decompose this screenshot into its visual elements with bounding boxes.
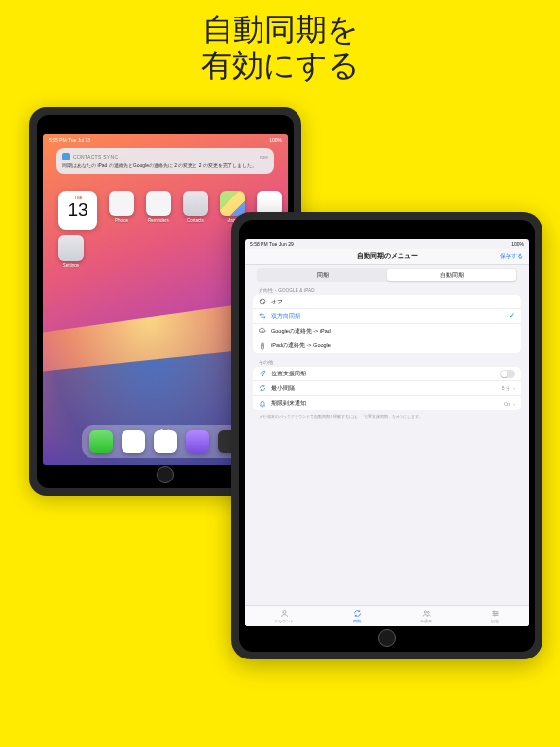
- sync-icon: [353, 609, 362, 618]
- tab-sync[interactable]: 同期: [353, 609, 362, 623]
- tab-settings[interactable]: 設定: [491, 609, 500, 623]
- dock-messages-icon[interactable]: [89, 430, 113, 453]
- dock-safari-icon[interactable]: [122, 430, 145, 453]
- home-button[interactable]: [157, 466, 174, 483]
- other-list: 位置支援同期 最小間隔 5 分 › 期限到来通知 On ›: [253, 367, 521, 410]
- marketing-headline: 自動同期を 有効にする: [0, 0, 560, 84]
- app-reminders[interactable]: Reminders: [146, 191, 171, 223]
- reminders-icon: [146, 191, 171, 216]
- segment-sync[interactable]: 同期: [258, 269, 387, 281]
- settings-icon: [58, 235, 84, 261]
- users-icon: [422, 609, 431, 618]
- svg-point-5: [427, 611, 429, 613]
- status-time: 5:58 PM Tue Jun 29: [250, 241, 294, 247]
- section-other-label: その他: [259, 360, 274, 365]
- ipad-device-app: 5:58 PM Tue Jun 29 100% 自動同期のメニュー 保存する 同…: [231, 212, 542, 659]
- notification-value: On: [504, 401, 510, 407]
- svg-point-4: [424, 611, 426, 613]
- notification-time: now: [260, 154, 268, 160]
- app-contacts[interactable]: Contacts: [183, 191, 208, 223]
- dock-podcasts-icon[interactable]: [186, 430, 209, 453]
- app-screen: 5:58 PM Tue Jun 29 100% 自動同期のメニュー 保存する 同…: [245, 239, 529, 626]
- status-bar: 5:58 PM Tue Jun 29 100%: [250, 241, 524, 247]
- interval-value: 5 分: [502, 385, 510, 391]
- home-button[interactable]: [378, 629, 396, 647]
- maps-icon: [220, 191, 245, 216]
- notification-app-name: CONTACTS SYNC: [73, 154, 118, 160]
- setting-expiry-notification[interactable]: 期限到来通知 On ›: [253, 396, 521, 410]
- option-two-way[interactable]: 双方向同期 ✓: [253, 309, 521, 324]
- person-icon: [280, 609, 289, 618]
- option-google-to-ipad[interactable]: Googleの連絡先 -> iPad: [253, 324, 521, 338]
- direction-list: オフ 双方向同期 ✓ Googleの連絡先 -> iPad iPadの連絡先 -…: [253, 295, 521, 353]
- notification-app-icon: [62, 153, 70, 160]
- calendar-day: 13: [58, 200, 97, 219]
- ban-icon: [259, 298, 266, 305]
- tab-contacts[interactable]: 今週末: [420, 609, 432, 623]
- dock: [82, 425, 249, 458]
- phone-up-icon: [259, 342, 266, 350]
- setting-location-sync[interactable]: 位置支援同期: [253, 367, 521, 381]
- contacts-icon: [183, 191, 208, 216]
- dock-files-icon[interactable]: [154, 430, 177, 453]
- sliders-icon: [491, 609, 500, 618]
- segment-autosync[interactable]: 自動同期: [387, 269, 516, 281]
- svg-point-8: [494, 615, 496, 617]
- setting-min-interval[interactable]: 最小間隔 5 分 ›: [253, 381, 521, 396]
- option-ipad-to-google[interactable]: iPadの連絡先 -> Google: [253, 338, 521, 353]
- status-bar: 5:55 PM Tue Jul 13 100%: [49, 137, 282, 143]
- svg-point-6: [493, 611, 495, 613]
- nav-bar: 自動同期のメニュー 保存する: [245, 249, 529, 265]
- app-settings[interactable]: Settings: [58, 235, 84, 267]
- tab-bar: アカウント 同期 今週末 設定: [245, 605, 529, 626]
- section-direction-label: 方向性 - GOOGLE & iPAD: [259, 288, 315, 293]
- headline-line1: 自動同期を: [202, 12, 359, 47]
- headline-line2: 有効にする: [201, 48, 360, 83]
- svg-line-1: [261, 300, 264, 303]
- nav-title: 自動同期のメニュー: [357, 252, 418, 261]
- status-battery: 100%: [269, 137, 282, 143]
- location-icon: [259, 370, 266, 377]
- notification-body: 同期はあなたの iPad の連絡先とGoogleの連絡先に 2 の変更と 2 の…: [62, 162, 268, 169]
- notification-banner[interactable]: CONTACTS SYNC now 同期はあなたの iPad の連絡先とGoog…: [56, 148, 274, 174]
- bell-icon: [259, 400, 266, 408]
- check-icon: ✓: [509, 312, 515, 320]
- chevron-right-icon: ›: [513, 401, 515, 407]
- svg-point-7: [496, 613, 498, 615]
- status-time: 5:55 PM Tue Jul 13: [49, 137, 90, 143]
- app-photos[interactable]: Photos: [109, 191, 134, 223]
- footnote: メモ:端末のバックグラウンドで自動同期を理解するには、「位置支援同期」をオンにし…: [259, 414, 423, 419]
- save-button[interactable]: 保存する: [500, 253, 523, 260]
- arrows-icon: [259, 312, 266, 320]
- tab-account[interactable]: アカウント: [274, 609, 294, 623]
- segmented-control[interactable]: 同期 自動同期: [257, 268, 517, 282]
- toggle-off[interactable]: [500, 370, 515, 378]
- chevron-right-icon: ›: [513, 385, 515, 391]
- option-off[interactable]: オフ: [253, 295, 521, 309]
- status-battery: 100%: [511, 241, 524, 247]
- svg-point-3: [283, 611, 286, 614]
- refresh-icon: [259, 384, 266, 392]
- cloud-down-icon: [259, 327, 266, 335]
- photos-icon: [109, 191, 134, 216]
- calendar-widget[interactable]: Tue 13: [58, 191, 97, 230]
